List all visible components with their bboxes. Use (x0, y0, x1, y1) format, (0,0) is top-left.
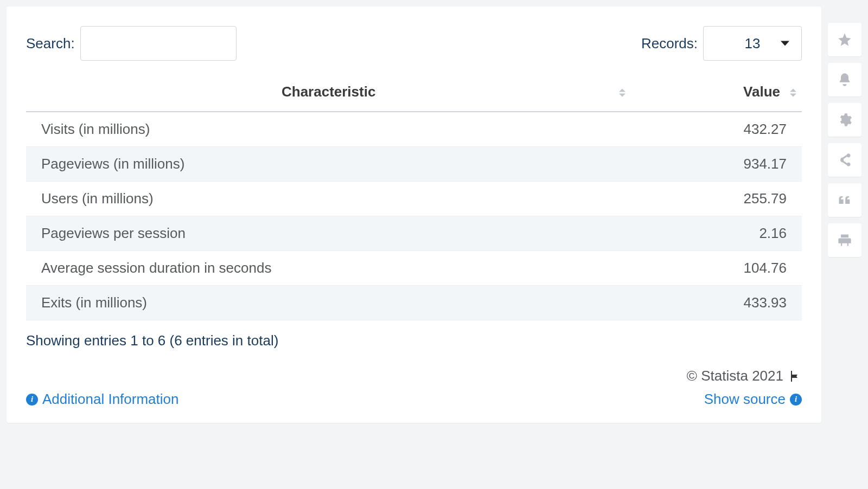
notify-button[interactable] (828, 63, 861, 96)
records-select[interactable]: 13 (703, 26, 802, 61)
records-value: 13 (745, 35, 761, 52)
characteristic-cell: Exits (in millions) (26, 286, 631, 320)
col-header-label: Value (743, 83, 780, 100)
share-button[interactable] (828, 143, 861, 177)
flag-icon (789, 370, 802, 383)
records-group: Records: 13 (641, 26, 802, 61)
table-row: Average session duration in seconds104.7… (26, 251, 802, 286)
action-sidebar (828, 7, 861, 257)
characteristic-cell: Visits (in millions) (26, 112, 631, 147)
characteristic-cell: Pageviews (in millions) (26, 147, 631, 182)
value-cell: 432.27 (631, 112, 802, 147)
col-header-value[interactable]: Value (631, 74, 802, 112)
print-icon (837, 233, 852, 248)
data-table: Characteristic Value Visits (in millions… (26, 74, 802, 320)
copyright-text: © Statista 2021 (687, 368, 783, 384)
col-header-characteristic[interactable]: Characteristic (26, 74, 631, 112)
copyright: © Statista 2021 (687, 368, 802, 384)
gear-icon (837, 112, 852, 127)
print-button[interactable] (828, 223, 861, 257)
settings-button[interactable] (828, 103, 861, 137)
additional-info-link[interactable]: i Additional Information (26, 391, 178, 408)
card-footer: i Additional Information © Statista 2021… (26, 368, 802, 408)
table-row: Pageviews (in millions)934.17 (26, 147, 802, 182)
cite-button[interactable] (828, 183, 861, 217)
table-row: Users (in millions)255.79 (26, 182, 802, 216)
star-icon (837, 32, 852, 47)
sort-icon (619, 88, 626, 96)
value-cell: 255.79 (631, 182, 802, 216)
show-source-link[interactable]: Show source i (704, 391, 802, 408)
records-label: Records: (641, 35, 698, 52)
search-input[interactable] (80, 26, 237, 61)
info-icon: i (790, 394, 802, 406)
additional-info-label: Additional Information (42, 391, 178, 408)
characteristic-cell: Average session duration in seconds (26, 251, 631, 286)
characteristic-cell: Users (in millions) (26, 182, 631, 216)
table-controls: Search: Records: 13 (26, 26, 802, 61)
characteristic-cell: Pageviews per session (26, 216, 631, 251)
value-cell: 934.17 (631, 147, 802, 182)
favorite-button[interactable] (828, 23, 861, 56)
footer-right: © Statista 2021 Show source i (687, 368, 802, 408)
entries-status: Showing entries 1 to 6 (6 entries in tot… (26, 332, 802, 349)
info-icon: i (26, 394, 38, 406)
table-row: Visits (in millions)432.27 (26, 112, 802, 147)
sort-icon (790, 88, 796, 96)
search-label: Search: (26, 35, 75, 52)
chevron-down-icon (781, 41, 789, 46)
table-row: Exits (in millions)433.93 (26, 286, 802, 320)
data-card: Search: Records: 13 Characteristic (7, 7, 821, 423)
search-group: Search: (26, 26, 237, 61)
quote-icon (837, 192, 852, 208)
table-row: Pageviews per session2.16 (26, 216, 802, 251)
share-icon (837, 152, 852, 168)
value-cell: 2.16 (631, 216, 802, 251)
value-cell: 104.76 (631, 251, 802, 286)
value-cell: 433.93 (631, 286, 802, 320)
show-source-label: Show source (704, 391, 786, 408)
col-header-label: Characteristic (282, 83, 375, 100)
bell-icon (837, 72, 852, 87)
